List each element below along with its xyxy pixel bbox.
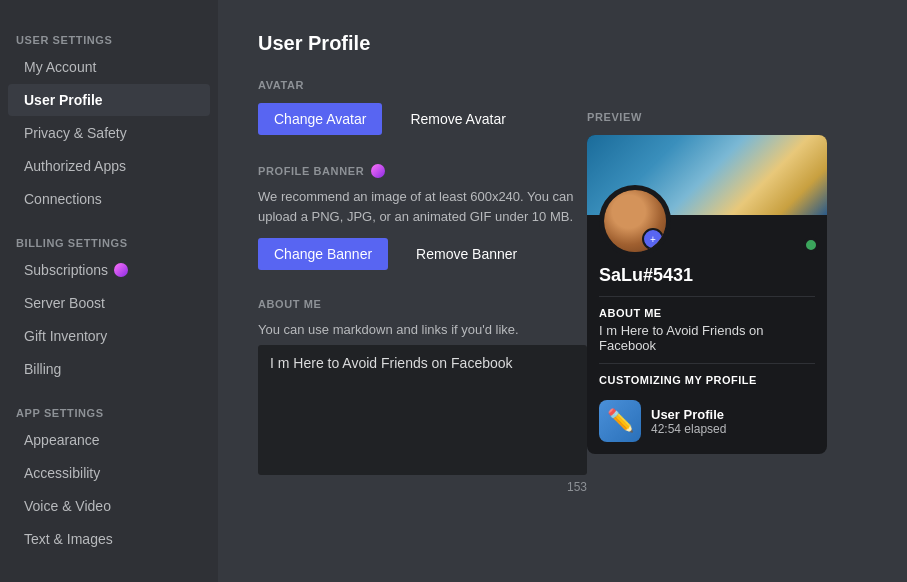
banner-description: We recommend an image of at least 600x24… xyxy=(258,187,587,226)
sidebar-item-text-images-label: Text & Images xyxy=(24,531,113,547)
sidebar-item-my-account[interactable]: My Account xyxy=(8,51,210,83)
sidebar-item-voice-video[interactable]: Voice & Video xyxy=(8,490,210,522)
form-area: Avatar Change Avatar Remove Avatar Profi… xyxy=(258,79,587,506)
sidebar-item-server-boost-label: Server Boost xyxy=(24,295,105,311)
sidebar-item-connections[interactable]: Connections xyxy=(8,183,210,215)
page-title: User Profile xyxy=(258,32,867,55)
sidebar-item-billing[interactable]: Billing xyxy=(8,353,210,385)
about-me-section: About Me You can use markdown and links … xyxy=(258,298,587,494)
sidebar-item-privacy-safety[interactable]: Privacy & Safety xyxy=(8,117,210,149)
profile-avatar-area: + xyxy=(587,185,827,257)
profile-banner-section-label: Profile Banner xyxy=(258,163,587,179)
sidebar-item-privacy-safety-label: Privacy & Safety xyxy=(24,125,127,141)
avatar-section-label: Avatar xyxy=(258,79,587,91)
sidebar-item-connections-label: Connections xyxy=(24,191,102,207)
avatar-buttons: Change Avatar Remove Avatar xyxy=(258,103,587,135)
sidebar-item-user-profile-label: User Profile xyxy=(24,92,103,108)
nitro-badge-icon xyxy=(370,163,386,179)
remove-banner-button[interactable]: Remove Banner xyxy=(400,238,533,270)
profile-customizing-title: Customizing My Profile xyxy=(587,374,827,386)
profile-about-me-title: About Me xyxy=(587,307,827,319)
sidebar-item-user-profile[interactable]: User Profile xyxy=(8,84,210,116)
user-settings-label: User Settings xyxy=(0,28,218,50)
about-me-hint: You can use markdown and links if you'd … xyxy=(258,322,587,337)
activity-name: User Profile xyxy=(651,407,726,422)
sidebar-item-accessibility-label: Accessibility xyxy=(24,465,100,481)
profile-avatar: + xyxy=(599,185,671,257)
sidebar-item-voice-video-label: Voice & Video xyxy=(24,498,111,514)
profile-username: SaLu#5431 xyxy=(587,265,827,286)
sidebar-item-subscriptions-label: Subscriptions xyxy=(24,262,108,278)
change-banner-button[interactable]: Change Banner xyxy=(258,238,388,270)
app-settings-label: App Settings xyxy=(0,401,218,423)
banner-section: Profile Banner We recommend an image of … xyxy=(258,163,587,270)
change-avatar-button[interactable]: Change Avatar xyxy=(258,103,382,135)
char-count: 153 xyxy=(258,480,587,494)
avatar-section: Avatar Change Avatar Remove Avatar xyxy=(258,79,587,135)
profile-divider-2 xyxy=(599,363,815,364)
sidebar-item-billing-label: Billing xyxy=(24,361,61,377)
sidebar: User Settings My Account User Profile Pr… xyxy=(0,0,218,582)
sidebar-item-text-images[interactable]: Text & Images xyxy=(8,523,210,555)
sidebar-item-subscriptions[interactable]: Subscriptions xyxy=(8,254,210,286)
content-row: Avatar Change Avatar Remove Avatar Profi… xyxy=(258,79,867,506)
preview-label: Preview xyxy=(587,111,847,123)
avatar-edit-badge: + xyxy=(642,228,664,250)
banner-buttons: Change Banner Remove Banner xyxy=(258,238,587,270)
activity-icon: ✏️ xyxy=(599,400,641,442)
sidebar-item-gift-inventory[interactable]: Gift Inventory xyxy=(8,320,210,352)
sidebar-item-accessibility[interactable]: Accessibility xyxy=(8,457,210,489)
activity-info: User Profile 42:54 elapsed xyxy=(651,407,726,436)
profile-divider xyxy=(599,296,815,297)
svg-point-0 xyxy=(371,164,385,178)
about-me-section-label: About Me xyxy=(258,298,587,310)
nitro-icon xyxy=(114,263,128,277)
sidebar-item-server-boost[interactable]: Server Boost xyxy=(8,287,210,319)
billing-settings-label: Billing Settings xyxy=(0,231,218,253)
online-status-badge xyxy=(803,237,819,253)
sidebar-item-authorized-apps-label: Authorized Apps xyxy=(24,158,126,174)
main-content: User Profile Avatar Change Avatar Remove… xyxy=(218,0,907,582)
activity-item: ✏️ User Profile 42:54 elapsed xyxy=(587,394,827,454)
sidebar-item-appearance[interactable]: Appearance xyxy=(8,424,210,456)
about-me-input[interactable] xyxy=(258,345,587,475)
sidebar-item-my-account-label: My Account xyxy=(24,59,96,75)
sidebar-item-gift-inventory-label: Gift Inventory xyxy=(24,328,107,344)
remove-avatar-button[interactable]: Remove Avatar xyxy=(394,103,521,135)
preview-panel: Preview + SaLu#5431 About Me I m Here to… xyxy=(587,79,867,506)
activity-elapsed: 42:54 elapsed xyxy=(651,422,726,436)
profile-card: + SaLu#5431 About Me I m Here to Avoid F… xyxy=(587,135,827,454)
profile-banner-label: Profile Banner xyxy=(258,165,364,177)
sidebar-item-authorized-apps[interactable]: Authorized Apps xyxy=(8,150,210,182)
sidebar-item-appearance-label: Appearance xyxy=(24,432,100,448)
profile-about-me-text: I m Here to Avoid Friends on Facebook xyxy=(587,323,827,353)
